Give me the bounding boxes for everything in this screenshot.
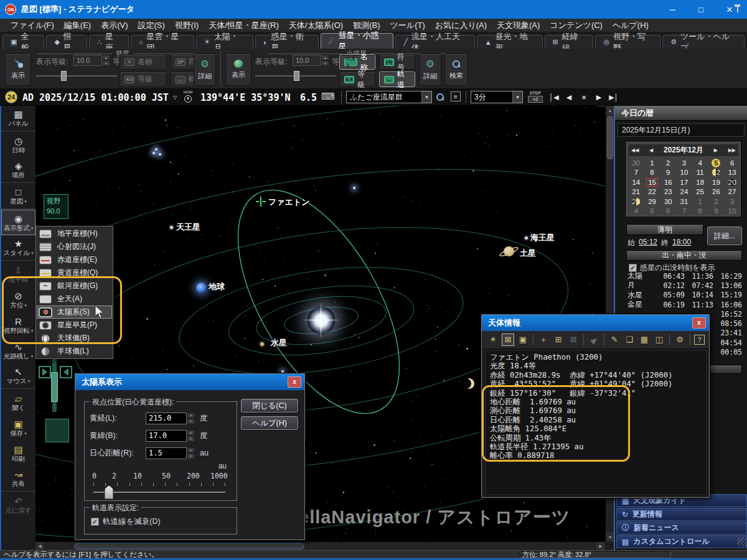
calendar-day[interactable]: 2 bbox=[708, 197, 725, 207]
twilight-begin[interactable]: 05:12 bbox=[639, 238, 657, 248]
play-forward-button[interactable]: ▶ bbox=[593, 91, 605, 103]
calendar-day[interactable]: 11 bbox=[692, 168, 708, 178]
comet-mag-spinner[interactable]: ▲▼ bbox=[102, 55, 110, 66]
sidebar-item[interactable]: ↶元に戻す bbox=[1, 492, 35, 518]
stop-button[interactable]: ■ bbox=[578, 91, 590, 103]
comet-name-button[interactable]: ≈名称 bbox=[120, 54, 167, 70]
today-panel-header[interactable]: 今日の暦 bbox=[615, 106, 747, 121]
minimize-button[interactable]: ─ bbox=[660, 2, 685, 17]
now-button[interactable]: NOW bbox=[182, 90, 194, 104]
neptune-planet[interactable] bbox=[525, 236, 528, 240]
calendar-day[interactable]: 8 bbox=[644, 168, 660, 178]
calendar-day[interactable]: 9 bbox=[708, 207, 725, 217]
calendar-day[interactable]: 29 bbox=[644, 197, 660, 207]
zoom-slider-handle[interactable] bbox=[51, 372, 58, 402]
close-dialog-button[interactable]: 閉じる(C) bbox=[241, 399, 298, 413]
longitude-spinner[interactable]: ▲▼ bbox=[187, 413, 195, 424]
asteroid-mag-slider[interactable] bbox=[255, 71, 336, 81]
skip-back-button[interactable]: │◀ bbox=[548, 91, 560, 103]
scroll-down-icon[interactable]: ▼ bbox=[606, 533, 614, 541]
ribbon-tab[interactable]: ⊞経緯線 bbox=[545, 35, 594, 49]
chevron-down-icon[interactable]: ▼ bbox=[421, 91, 431, 103]
sidebar-item[interactable]: ⇩地平線 bbox=[1, 261, 35, 287]
sidebar-item[interactable]: ↖マウス▾ bbox=[1, 363, 35, 389]
keyboard-icon[interactable]: ⌨ bbox=[321, 91, 335, 102]
earth-planet[interactable] bbox=[196, 282, 207, 293]
calendar-day[interactable]: 3 bbox=[676, 158, 692, 168]
asteroid-mag-spinner[interactable]: ▲▼ bbox=[321, 55, 329, 66]
zoom-marker-right-icon[interactable] bbox=[60, 366, 72, 378]
sidebar-item[interactable]: ⊘方位▾ bbox=[1, 287, 35, 312]
calendar-prev-year-icon[interactable]: ◀◀ bbox=[631, 147, 639, 153]
menu-item[interactable]: コンテンツ(C) bbox=[545, 19, 607, 32]
asteroid-detail-button[interactable]: ⚙詳細 bbox=[419, 54, 441, 86]
comet-grade-button[interactable]: 4.0等級 bbox=[120, 72, 167, 87]
phaethon-marker-icon[interactable] bbox=[256, 197, 266, 207]
calendar-day[interactable]: 12 bbox=[708, 168, 725, 178]
ribbon-tab[interactable]: ▲昼光・地形 bbox=[477, 35, 543, 49]
menu-item[interactable]: お気に入り(A) bbox=[431, 19, 491, 32]
panel-title[interactable]: 天体情報 bbox=[482, 315, 709, 331]
menu-item[interactable]: 天文現象(A) bbox=[492, 19, 544, 32]
context-menu-item[interactable]: 天球儀(B) bbox=[37, 332, 112, 345]
calendar-day[interactable]: 25 bbox=[692, 187, 708, 197]
timezone-dropdown-icon[interactable]: ▽ bbox=[173, 95, 177, 100]
context-menu-item[interactable]: 黄道座標(Q) bbox=[37, 266, 112, 279]
comet-pointer-icon[interactable]: ▶ bbox=[585, 331, 603, 348]
sidebar-item[interactable]: ▱開く bbox=[1, 390, 35, 415]
calendar-day[interactable]: 4 bbox=[692, 158, 708, 168]
calendar-day[interactable]: 23 bbox=[660, 187, 676, 197]
windows-icon[interactable]: ❏ bbox=[623, 334, 636, 346]
gallery-icon[interactable]: ◫ bbox=[653, 334, 665, 346]
sidebar-item[interactable]: R視野回転▾ bbox=[1, 312, 35, 338]
calendar-next-month-icon[interactable]: ▶ bbox=[714, 147, 718, 153]
ribbon-tab[interactable]: ◆恒星 bbox=[46, 35, 87, 49]
help-icon[interactable]: ? bbox=[694, 335, 705, 345]
calendar-day[interactable]: 4 bbox=[628, 207, 644, 217]
saturn-planet[interactable] bbox=[502, 245, 515, 258]
menu-item[interactable]: 編集(E) bbox=[60, 19, 95, 32]
venus-planet[interactable] bbox=[464, 378, 474, 389]
layers-icon[interactable]: ▣ bbox=[517, 334, 529, 346]
calendar-day[interactable]: 16 bbox=[660, 177, 676, 187]
calendar-day[interactable]: 24 bbox=[676, 187, 692, 197]
sidebar-item[interactable]: ◷日時 bbox=[1, 132, 35, 157]
latitude-field[interactable] bbox=[146, 430, 187, 442]
datetime-display[interactable]: AD 2025/12/15 01:00:00 JST bbox=[22, 92, 169, 103]
search-icon[interactable] bbox=[436, 93, 444, 101]
list-icon[interactable]: ≡ bbox=[451, 91, 461, 101]
context-menu-item[interactable]: 赤道座標(E) bbox=[37, 253, 112, 266]
calendar-day[interactable]: 14 bbox=[628, 177, 644, 187]
calendar-day[interactable]: 5 bbox=[644, 207, 660, 217]
menu-item[interactable]: 設定(S) bbox=[134, 19, 169, 32]
context-menu-item[interactable]: 全天(A) bbox=[37, 292, 112, 306]
comet-show-button[interactable]: 表示 bbox=[5, 54, 31, 86]
comet-mag-value[interactable]: 10.0 bbox=[73, 55, 102, 66]
gear-icon[interactable]: ⚙ bbox=[674, 334, 686, 346]
asteroid-mag-value[interactable]: 10.0 bbox=[293, 55, 321, 66]
calendar-day[interactable]: 8 bbox=[692, 207, 708, 217]
calendar-day[interactable]: 22 bbox=[644, 187, 660, 197]
menu-item[interactable]: 視野(I) bbox=[171, 19, 203, 32]
news-link[interactable]: ⓘ新着ニュース bbox=[616, 521, 747, 534]
calendar-day[interactable]: 27 bbox=[724, 187, 740, 197]
sun-icon[interactable]: ☀ bbox=[487, 334, 499, 346]
checkbox-checked-icon[interactable]: ✓ bbox=[91, 518, 99, 526]
sidebar-item[interactable]: ▤印刷 bbox=[1, 441, 35, 466]
step-x2-button[interactable]: STEP×2 bbox=[528, 91, 543, 104]
calendar-day[interactable]: 15 bbox=[644, 177, 660, 187]
hour-badge[interactable]: 24 bbox=[5, 91, 17, 103]
asteroid-grade-button[interactable]: 6.4等級 bbox=[339, 72, 375, 87]
pencil-icon[interactable]: ✎ bbox=[608, 334, 621, 346]
calendar-day[interactable]: 1 bbox=[692, 197, 708, 207]
close-icon[interactable]: x bbox=[692, 317, 706, 329]
calendar-day[interactable]: 13 bbox=[724, 168, 740, 178]
vertical-scroll-thumb[interactable] bbox=[607, 116, 613, 159]
scroll-up-icon[interactable]: ▲ bbox=[606, 106, 614, 114]
comet-detail-button[interactable]: ⚙詳細 bbox=[194, 54, 216, 86]
pin-icon[interactable] bbox=[733, 4, 742, 14]
sun[interactable] bbox=[308, 307, 335, 334]
calendar-prev-month-icon[interactable]: ◀ bbox=[649, 147, 653, 153]
sidebar-item[interactable]: ↝共有 bbox=[1, 466, 35, 492]
longitude-field[interactable] bbox=[146, 413, 187, 424]
